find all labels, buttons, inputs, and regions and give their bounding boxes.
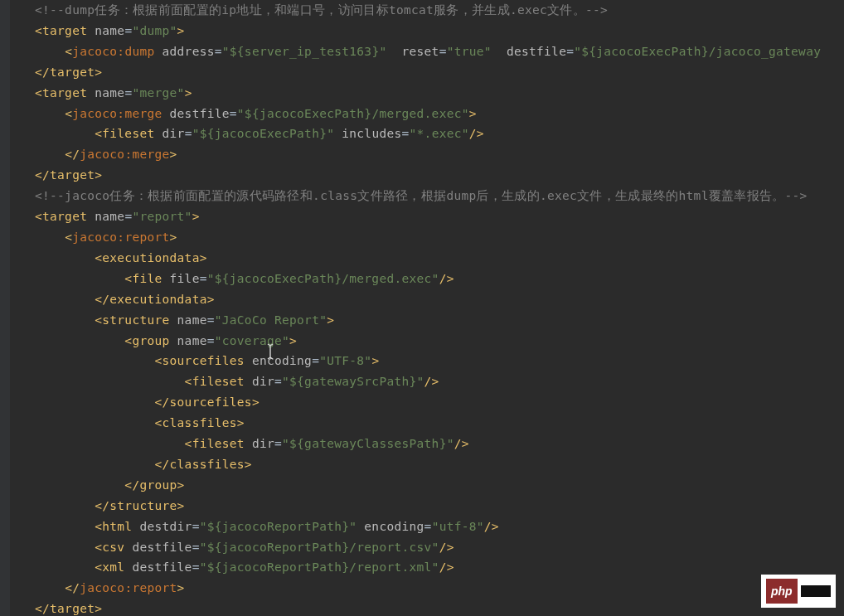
code-line[interactable]: <jacoco:report> <box>35 227 821 248</box>
code-line[interactable]: <fileset dir="${gatewayClassesPath}"/> <box>35 434 821 454</box>
code-token <box>245 437 252 450</box>
code-token: < <box>95 520 102 533</box>
code-line[interactable]: <target name="report"> <box>35 206 821 227</box>
code-line[interactable]: </target> <box>35 165 821 186</box>
code-line[interactable]: </target> <box>35 599 821 616</box>
code-line[interactable]: <target name="merge"> <box>35 83 821 104</box>
code-token <box>245 354 252 367</box>
code-token: destfile <box>170 107 230 120</box>
code-line[interactable]: <!--dump任务：根据前面配置的ip地址，和端口号，访问目标tomcat服务… <box>35 0 821 21</box>
code-token: = <box>200 272 207 285</box>
code-token <box>162 272 170 285</box>
code-token: "${jacocoExecPath}/jacoco_gateway <box>574 45 821 58</box>
code-token: name <box>177 313 207 327</box>
code-line[interactable]: </sourcefiles> <box>35 392 821 413</box>
code-line[interactable]: <xml destfile="${jacocoReportPath}/repor… <box>35 557 821 578</box>
code-token: "utf-8" <box>432 520 484 533</box>
code-token: < <box>95 127 102 140</box>
code-token: = <box>215 45 222 58</box>
code-token: /> <box>484 520 499 533</box>
editor-gutter <box>0 0 10 616</box>
code-token: </ <box>95 293 109 306</box>
code-token: < <box>185 375 192 388</box>
code-line[interactable]: </structure> <box>35 496 821 517</box>
code-token: "merge" <box>132 86 184 99</box>
code-token: jacoco <box>72 45 117 58</box>
code-editor[interactable]: <!--dump任务：根据前面配置的ip地址，和端口号，访问目标tomcat服务… <box>10 0 821 616</box>
code-token <box>35 520 95 533</box>
code-token: > <box>207 293 215 306</box>
code-token <box>87 210 95 223</box>
code-token: </ <box>154 458 169 471</box>
code-token: > <box>371 354 379 367</box>
code-token: > <box>469 107 477 120</box>
code-line[interactable]: <classfiles> <box>35 413 821 434</box>
code-line[interactable]: <file file="${jacocoExecPath}/merged.exe… <box>35 269 821 289</box>
code-token: report <box>124 230 169 244</box>
code-token: dir <box>252 437 274 450</box>
code-line[interactable]: <jacoco:merge destfile="${jacocoExecPath… <box>35 104 821 124</box>
code-token: < <box>65 107 72 120</box>
code-token: = <box>192 541 200 554</box>
code-token: </ <box>35 65 50 79</box>
code-line[interactable]: <fileset dir="${jacocoExecPath}" include… <box>35 124 821 144</box>
code-token: /> <box>424 375 439 388</box>
code-token: < <box>185 437 192 450</box>
code-token: = <box>566 45 574 58</box>
code-token: = <box>207 313 215 327</box>
code-token <box>170 334 177 347</box>
code-token: "true" <box>447 45 492 58</box>
code-token: dump <box>124 45 154 58</box>
code-line[interactable]: <structure name="JaCoCo Report"> <box>35 310 821 331</box>
code-token <box>35 560 95 574</box>
code-token: jacoco <box>80 148 124 161</box>
code-token: "dump" <box>132 24 177 37</box>
code-line[interactable]: </jacoco:merge> <box>35 144 821 165</box>
code-line[interactable]: <csv destfile="${jacocoReportPath}/repor… <box>35 537 821 558</box>
code-line[interactable]: <jacoco:dump address="${server_ip_test16… <box>35 41 821 62</box>
code-token: <!--jacoco任务：根据前面配置的源代码路径和.class文件路径，根据d… <box>35 189 808 202</box>
code-line[interactable]: <group name="coverage"> <box>35 331 821 352</box>
code-token: address <box>162 45 215 58</box>
code-token: = <box>207 334 215 347</box>
code-token: destdir <box>139 520 192 533</box>
code-token: = <box>424 520 432 533</box>
code-token: "${server_ip_test163}" <box>222 45 387 58</box>
code-token <box>334 127 342 140</box>
code-line[interactable]: </classfiles> <box>35 454 821 475</box>
code-token: xml <box>102 560 124 574</box>
code-token: structure <box>102 313 169 327</box>
code-token: dir <box>252 375 274 388</box>
code-token: fileset <box>192 437 245 450</box>
code-token: < <box>65 45 72 58</box>
code-line[interactable]: </executiondata> <box>35 289 821 310</box>
code-token <box>35 293 95 306</box>
code-line[interactable]: <html destdir="${jacocoReportPath}" enco… <box>35 517 821 537</box>
code-line[interactable]: <sourcefiles encoding="UTF-8"> <box>35 351 821 371</box>
code-line[interactable]: <!--jacoco任务：根据前面配置的源代码路径和.class文件路径，根据d… <box>35 186 821 206</box>
code-line[interactable]: <executiondata> <box>35 248 821 269</box>
code-token <box>155 127 162 140</box>
code-token: /> <box>439 272 454 285</box>
code-line[interactable]: </target> <box>35 62 821 83</box>
code-line[interactable]: </group> <box>35 475 821 496</box>
code-token <box>35 375 185 388</box>
code-token: "${jacocoExecPath}/merged.exec" <box>207 272 439 285</box>
code-line[interactable]: <fileset dir="${gatewaySrcPath}"/> <box>35 371 821 392</box>
code-token <box>35 107 65 120</box>
code-token <box>35 354 154 367</box>
code-token: merge <box>132 148 169 161</box>
code-token: < <box>65 230 72 244</box>
code-line[interactable]: <target name="dump"> <box>35 21 821 41</box>
code-token: "${jacocoReportPath}/report.xml" <box>200 560 439 574</box>
code-line[interactable]: </jacoco:report> <box>35 578 821 599</box>
code-token: = <box>185 127 192 140</box>
code-token: jacoco <box>80 581 124 594</box>
code-token: > <box>95 168 102 182</box>
code-token: report <box>132 581 177 594</box>
code-token: > <box>245 458 252 471</box>
code-token: > <box>185 86 192 99</box>
code-token <box>35 148 65 161</box>
code-token: merge <box>124 107 162 120</box>
code-token: </ <box>35 602 50 615</box>
